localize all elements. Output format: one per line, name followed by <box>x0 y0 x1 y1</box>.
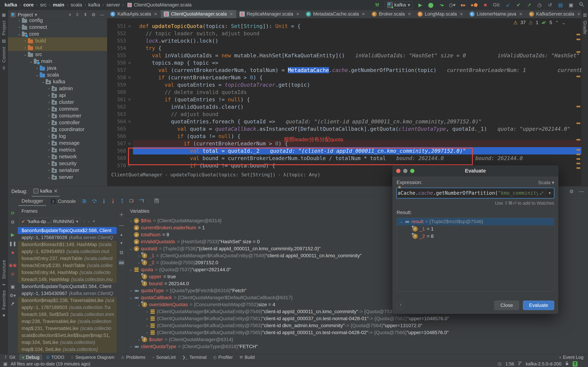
language-select[interactable]: Scala ▾ <box>538 180 554 185</box>
chevron-icon[interactable]: › <box>46 100 52 105</box>
collapse-all-icon[interactable]: ⇳ <box>75 12 79 17</box>
gear-icon[interactable]: ⚙▾ <box>9 293 16 298</box>
sidebar-item-commit[interactable]: Commit <box>1 47 7 63</box>
sidebar-item-favorites[interactable]: Favorites <box>1 290 7 310</box>
next-frame-icon[interactable]: ↓ <box>88 220 89 223</box>
thread-dropdown[interactable]: ✔ "kafka-dp…: RUNNING ▾ <box>19 217 80 225</box>
fold-marker[interactable]: ⊟ <box>126 75 133 80</box>
chevron-icon[interactable]: › <box>46 134 52 139</box>
editor-breadcrumb-item[interactable]: updateTopicQuota(topics: Set[String]) <box>170 172 276 177</box>
expand-editor-icon[interactable]: ⤢ <box>538 191 545 196</box>
stripe-mark[interactable] <box>576 51 580 53</box>
chevron-icon[interactable]: › <box>144 317 150 321</box>
tree-item-message[interactable]: ›message <box>8 140 107 146</box>
chevron-icon[interactable]: › <box>23 45 28 50</box>
variable-row[interactable]: ›{ClientQuotaManager$KafkaQuotaEntity@75… <box>126 329 588 336</box>
code-line-562[interactable]: 562 inValidQuotaIds.clear() <box>107 103 581 110</box>
copy-stack-icon[interactable]: ⧉ <box>120 250 123 256</box>
chevron-icon[interactable]: › <box>144 310 150 314</box>
tool-button-debug[interactable]: ●Debug <box>19 354 42 360</box>
chevron-icon[interactable]: ⌄ <box>128 247 134 251</box>
tree-item-consumer[interactable]: ›consumer <box>8 112 107 119</box>
line-number[interactable]: 568 <box>107 148 126 154</box>
editor-tab[interactable]: ReplicaManager.scala✕ <box>236 10 303 18</box>
debug-session-tab[interactable]: kafka ✕ <box>32 186 59 197</box>
tool-button-problems[interactable]: ⚠Problems <box>118 354 148 360</box>
frame-row[interactable]: map$:104, SetLike (scala.collection) <box>18 346 117 353</box>
frame-row[interactable]: foreachEntry:44, HashMap (scala.collecti… <box>18 269 117 276</box>
line-number[interactable]: 561 <box>107 97 126 102</box>
tool-button-todo[interactable]: ☰TODO <box>43 354 67 360</box>
chevron-icon[interactable]: › <box>17 18 22 23</box>
line-number[interactable]: 565 <box>107 126 126 132</box>
frame-row[interactable]: apply:-1, 1787189503 (scala.collection.T… <box>18 304 117 311</box>
frame-row[interactable]: $anonfun$updateTopicQuota$2:568, Client <box>18 227 117 234</box>
tree-item-metrics[interactable]: ›metrics <box>8 146 107 153</box>
line-number[interactable]: 564 <box>107 119 126 125</box>
filter-icon[interactable]: ▼ <box>93 220 95 223</box>
fold-marker[interactable]: ⊟ <box>126 119 133 124</box>
close-button[interactable]: Close <box>494 300 519 310</box>
chevron-icon[interactable]: ⌄ <box>136 302 142 307</box>
event-log-button[interactable]: ◖Event Log <box>559 355 583 360</box>
sidebar-item-gradle[interactable]: Gradle <box>582 21 588 34</box>
frame-row[interactable]: apply:-1, 1756878028 (kafka.server.Clien… <box>18 234 117 241</box>
git-push-button[interactable]: ↗ <box>526 2 532 8</box>
tree-item-scala[interactable]: ⌄scala <box>8 71 107 78</box>
locate-file-icon[interactable]: ⌖ <box>69 12 71 17</box>
chevron-icon[interactable]: › <box>46 168 52 173</box>
tool-button-sequence-diagram[interactable]: ⎍Sequence Diagram <box>68 354 117 360</box>
editor-tab[interactable]: CMetadataCache.scala✕ <box>303 10 368 18</box>
zoom-window-icon[interactable] <box>410 169 415 173</box>
chevron-icon[interactable]: › <box>144 324 150 328</box>
chevron-icon[interactable]: › <box>46 127 52 132</box>
close-window-icon[interactable] <box>396 169 400 173</box>
breadcrumb-item[interactable]: main <box>53 2 64 8</box>
stripe-mark[interactable] <box>576 163 580 164</box>
line-number[interactable]: 557 <box>107 67 126 73</box>
error-stripe[interactable] <box>575 27 581 171</box>
variable-row[interactable]: ›{ClientQuotaManager$KafkaQuotaEntity@75… <box>126 315 588 322</box>
unlock-icon[interactable] <box>565 361 569 367</box>
code-area[interactable]: 551⊟ def updateTopicQuota(topics: Set[St… <box>107 18 581 178</box>
breadcrumb-item[interactable]: src <box>40 2 47 8</box>
variable-row-_1[interactable]: f_1= 1 <box>397 225 554 233</box>
view-breakpoints-icon[interactable]: ◉◉ <box>9 262 17 268</box>
stripe-mark[interactable] <box>576 123 580 124</box>
resume-icon[interactable]: ▶ <box>10 232 16 237</box>
variable-row-clientQuotaType[interactable]: ›ooclientQuotaType= {ClientQuotaType@631… <box>126 343 588 350</box>
chevron-icon[interactable]: › <box>17 25 22 30</box>
editor-tab[interactable]: CLongMap.scala✕ <box>415 10 466 18</box>
close-icon[interactable]: ✕ <box>407 12 411 17</box>
code-line-563[interactable]: 563 // adjust bound <box>107 110 581 118</box>
frame-row[interactable]: apply:-1, 1345430967 (kafka.server.Clien… <box>18 290 117 297</box>
tree-item-config[interactable]: ›config <box>8 17 107 24</box>
changed-files-icon[interactable]: ▤ <box>558 2 563 8</box>
variable-row-$outer[interactable]: ›f$outer= {ClientQuotaManager@6314} <box>126 336 588 343</box>
fold-marker[interactable]: ⊟ <box>126 141 133 146</box>
tool-windows-toggle-icon[interactable]: ▣ <box>3 361 8 367</box>
coverage-button[interactable]: ◔▸ <box>438 2 444 8</box>
rerun-icon[interactable]: ⟳ <box>10 211 16 216</box>
tree-item-cluster[interactable]: ›cluster <box>8 99 107 106</box>
chevron-icon[interactable]: › <box>128 219 134 223</box>
variable-row-result[interactable]: ⌄ooresult= {Tuple2$mcII$sp@7546} <box>397 218 554 225</box>
editor-breadcrumb-item[interactable]: ClientQuotaManager <box>111 172 163 177</box>
frame-row[interactable]: $anonfun$updateTopicQuota$1:564, Client <box>18 283 117 290</box>
inspections-widget[interactable]: ⚠ 37 ⚠ 1 ✔✔ 5 ⌃ ⌄ <box>513 20 566 25</box>
commit-node-icon[interactable]: ⚲ <box>0 66 8 71</box>
editor-tab[interactable]: CBroker.scala✕ <box>369 10 415 18</box>
code-line-565[interactable]: 565 val quota = quotaCallback.asInstance… <box>107 125 581 133</box>
show-watches-icon[interactable]: oo <box>119 260 125 265</box>
code-line-564[interactable]: 564⊟ quotaEntries.foreach { quotaId =>qu… <box>107 118 581 125</box>
line-number[interactable]: 555 <box>107 53 126 58</box>
git-update-button[interactable]: ↙ <box>505 2 511 8</box>
chevron-icon[interactable]: › <box>136 261 142 265</box>
profiler-button[interactable]: ◷▾ <box>449 2 456 8</box>
close-icon[interactable]: ✕ <box>519 12 523 17</box>
line-number[interactable]: 570 <box>107 163 126 168</box>
fold-marker[interactable]: ⊟ <box>126 97 133 101</box>
attach-profiler-icon[interactable]: ●▸ <box>460 2 466 8</box>
tree-item-api[interactable]: ›api <box>8 92 107 99</box>
breadcrumb-item[interactable]: kafka <box>5 2 17 8</box>
